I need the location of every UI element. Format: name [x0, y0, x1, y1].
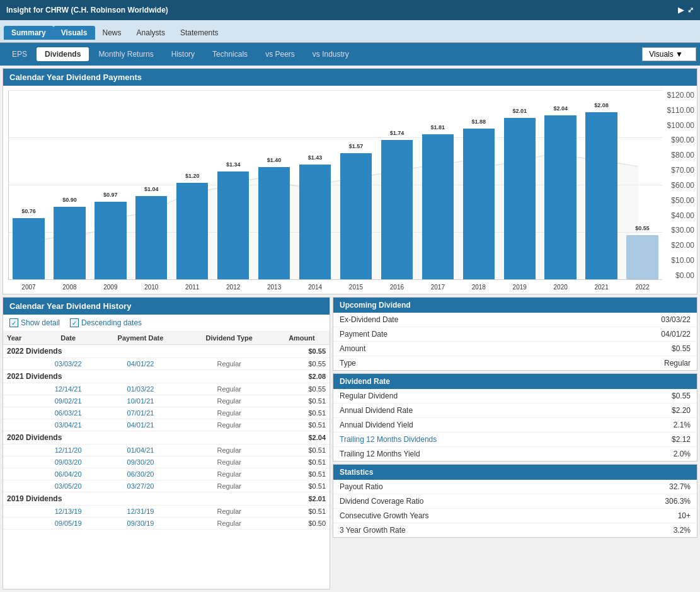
table-row: 06/03/21 07/01/21 Regular $0.51: [3, 407, 330, 419]
dividend-table-scroll[interactable]: Year Date Payment Date Dividend Type Amo…: [3, 332, 330, 589]
window-controls: ▶ ⤢: [678, 6, 694, 15]
table-row: 09/02/21 10/01/21 Regular $0.51: [3, 395, 330, 407]
bar-2010[interactable]: $1.04: [135, 196, 167, 279]
bar-year-2013: 2013: [267, 284, 281, 291]
bar-label-2008: $0.90: [62, 197, 77, 203]
bar-label-2018: $1.88: [472, 119, 486, 125]
bar-year-2018: 2018: [472, 284, 486, 291]
table-row: 12/13/19 12/31/19 Regular $0.51: [3, 506, 330, 518]
table-row: 03/05/20 03/27/20 Regular $0.51: [3, 480, 330, 492]
sub-tab-vs-peers[interactable]: vs Peers: [257, 47, 303, 61]
dividend-table: Year Date Payment Date Dividend Type Amo…: [3, 332, 330, 530]
bar-2014[interactable]: $1.43: [299, 165, 331, 279]
dividend-history-header: Calendar Year Dividend History: [3, 298, 330, 315]
bar-group-2021: $2.082021: [582, 91, 621, 279]
sub-tabs-left: EPS Dividends Monthly Returns History Te…: [4, 47, 357, 61]
upcoming-dividend-card: Upcoming Dividend Ex-Dividend Date03/03/…: [333, 297, 697, 371]
statistics-card: Statistics Payout Ratio32.7%Dividend Cov…: [333, 464, 697, 538]
right-panel: Upcoming Dividend Ex-Dividend Date03/03/…: [333, 297, 697, 589]
bar-year-2022: 2022: [635, 284, 649, 291]
bar-group-2008: $0.902008: [50, 91, 89, 279]
info-row: Consecutive Growth Years10+: [333, 509, 697, 523]
table-row: 2020 Dividends $2.04: [3, 431, 330, 444]
bar-group-2017: $1.812017: [418, 91, 457, 279]
tab-analysts[interactable]: Analysts: [129, 26, 173, 40]
bar-2021[interactable]: $2.08: [585, 112, 617, 279]
info-row: Trailing 12 Months Yield2.0%: [333, 447, 697, 461]
bar-label-2010: $1.04: [144, 186, 159, 192]
bar-year-2012: 2012: [226, 284, 240, 291]
sub-tabs-right: Visuals ▼: [642, 47, 696, 61]
sub-tab-technicals[interactable]: Technicals: [204, 47, 256, 61]
tab-statements[interactable]: Statements: [173, 26, 226, 40]
bar-2007[interactable]: $0.76: [13, 218, 44, 279]
bar-2015[interactable]: $1.57: [340, 153, 372, 279]
checkbox-descending[interactable]: ✓: [70, 318, 79, 327]
y-axis-right: $120.00 $110.00 $100.00 $90.00 $80.00 $7…: [665, 91, 697, 280]
tab-visuals[interactable]: Visuals: [54, 26, 95, 40]
bar-year-2021: 2021: [594, 284, 608, 291]
bar-group-2022: $0.552022: [623, 91, 662, 279]
bar-group-2018: $1.882018: [459, 91, 498, 279]
bar-year-2017: 2017: [431, 284, 445, 291]
info-row: Annual Dividend Rate$2.20: [333, 403, 697, 418]
sub-tab-dividends[interactable]: Dividends: [37, 47, 89, 61]
bottom-section: Calendar Year Dividend History ✓ Show de…: [3, 297, 697, 589]
main-content: Calendar Year Dividend Payments $120.00 …: [0, 66, 700, 592]
info-row: Regular Dividend$0.55: [333, 389, 697, 403]
pin-icon[interactable]: ▶: [678, 6, 684, 15]
table-row: 09/05/19 09/30/19 Regular $0.50: [3, 518, 330, 530]
bar-label-2015: $1.57: [349, 143, 364, 149]
panel-controls: ✓ Show detail ✓ Descending dates: [3, 315, 330, 332]
sub-tab-vs-industry[interactable]: vs Industry: [304, 47, 357, 61]
bar-2011[interactable]: $1.20: [176, 183, 208, 279]
bar-label-2019: $2.01: [512, 108, 527, 114]
descending-dates-checkbox[interactable]: ✓ Descending dates: [70, 318, 142, 327]
bar-label-2016: $1.74: [390, 130, 405, 136]
chart-title: Calendar Year Dividend Payments: [3, 69, 697, 86]
info-row: Dividend Coverage Ratio306.3%: [333, 494, 697, 509]
show-detail-checkbox[interactable]: ✓ Show detail: [9, 318, 60, 327]
visuals-dropdown[interactable]: Visuals ▼: [642, 47, 696, 61]
sub-tab-monthly-returns[interactable]: Monthly Returns: [90, 47, 161, 61]
bar-group-2011: $1.202011: [173, 91, 212, 279]
bar-group-2015: $1.572015: [336, 91, 376, 279]
info-row: Annual Dividend Yield2.1%: [333, 418, 697, 432]
bar-year-2016: 2016: [390, 284, 404, 291]
table-row: 2021 Dividends $2.08: [3, 370, 330, 383]
bar-2020[interactable]: $2.04: [544, 115, 576, 279]
bar-year-2010: 2010: [144, 284, 158, 291]
bar-2022[interactable]: $0.55: [626, 235, 658, 279]
bar-group-2009: $0.972009: [91, 91, 130, 279]
bar-group-2019: $2.012019: [500, 91, 539, 279]
tab-summary[interactable]: Summary: [4, 26, 54, 40]
col-payment-date: Payment Date: [96, 332, 184, 345]
statistics-body: Payout Ratio32.7%Dividend Coverage Ratio…: [333, 480, 697, 537]
bar-label-2021: $2.08: [594, 102, 609, 108]
sub-tab-eps[interactable]: EPS: [4, 47, 35, 61]
bar-group-2010: $1.042010: [132, 91, 171, 279]
expand-icon[interactable]: ⤢: [687, 6, 694, 15]
info-row: Amount$0.55: [333, 342, 697, 356]
sub-tab-history[interactable]: History: [163, 47, 203, 61]
table-row: 2019 Dividends $2.01: [3, 492, 330, 506]
bar-2013[interactable]: $1.40: [258, 167, 290, 279]
title-bar: Insight for CHRW (C.H. Robinson Worldwid…: [0, 0, 700, 20]
bar-group-2020: $2.042020: [541, 91, 580, 279]
bar-2016[interactable]: $1.74: [381, 140, 413, 279]
bar-2018[interactable]: $1.88: [463, 129, 495, 279]
bar-2012[interactable]: $1.34: [217, 171, 249, 279]
table-row: 03/03/22 04/01/22 Regular $0.55: [3, 358, 330, 370]
bar-label-2013: $1.40: [267, 157, 282, 163]
info-row: Ex-Dividend Date03/03/22: [333, 313, 697, 327]
chart-section: Calendar Year Dividend Payments $120.00 …: [3, 68, 697, 294]
tab-news[interactable]: News: [95, 26, 129, 40]
bar-2017[interactable]: $1.81: [422, 134, 454, 279]
col-dividend-type: Dividend Type: [185, 332, 274, 345]
bar-2019[interactable]: $2.01: [504, 118, 536, 279]
checkbox-show-detail[interactable]: ✓: [9, 318, 18, 327]
bar-2009[interactable]: $0.97: [95, 202, 126, 279]
bar-2008[interactable]: $0.90: [54, 207, 85, 279]
top-nav: Summary Visuals News Analysts Statements: [0, 20, 700, 43]
col-year: Year: [3, 332, 40, 345]
